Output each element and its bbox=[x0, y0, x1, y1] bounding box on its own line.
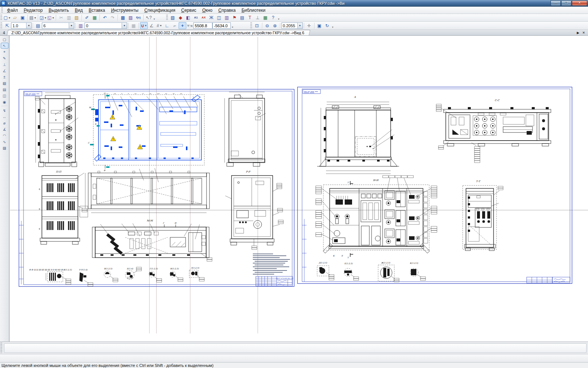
copy-button[interactable]: ▥ bbox=[65, 14, 73, 21]
columns-button[interactable]: ◫ bbox=[215, 14, 223, 21]
arc-dimension-tool[interactable]: ◠ bbox=[1, 132, 8, 138]
tab-close-icon[interactable]: ✕ bbox=[582, 31, 585, 35]
toolbar-overflow-icon[interactable]: ▾ bbox=[278, 18, 280, 21]
document-number[interactable]: 4 bbox=[0, 31, 7, 35]
plusminus-tool[interactable]: ± bbox=[1, 74, 8, 80]
view-section-rr[interactable]: Р-Р bbox=[225, 170, 283, 250]
fx-button[interactable]: f(x) bbox=[135, 14, 142, 21]
detail-views-left-sheet[interactable]: Ф-Ф Ц-Ц Ш-Ш Щ-Щ Э-Э Ю-Ю Я-Я(1:2.5) У-У(1… bbox=[29, 267, 204, 286]
property-bar-field[interactable] bbox=[4, 343, 587, 353]
drawing-canvas[interactable]: 17 25 4 5 15 17 24 107 41 51 52 bbox=[9, 36, 588, 342]
cut-button[interactable]: ✂ bbox=[57, 14, 65, 21]
zoom-out-button[interactable]: ⊖ bbox=[263, 22, 271, 29]
spelling-button[interactable]: АХ bbox=[200, 14, 208, 21]
zoom-combobox[interactable]: 0.2055▼ bbox=[282, 22, 303, 29]
menu-справка[interactable]: Справка bbox=[215, 7, 239, 14]
snap-point-tool[interactable]: ⌖ bbox=[1, 49, 8, 55]
save-button[interactable]: ▣ bbox=[19, 14, 26, 21]
tab-scroll-right-icon[interactable]: ▶ bbox=[577, 31, 580, 35]
minimize-button[interactable]: — bbox=[551, 0, 561, 6]
zoom-frame-button[interactable]: ⊡ bbox=[253, 22, 261, 29]
curve-dimension-tool[interactable]: ∿ bbox=[1, 139, 8, 145]
menu-файл[interactable]: Файл bbox=[4, 7, 21, 14]
menu-вид[interactable]: Вид bbox=[72, 7, 86, 14]
panel-slider-button[interactable]: ▥ bbox=[223, 14, 231, 21]
undo-button[interactable]: ↶ bbox=[101, 14, 109, 21]
send-button[interactable]: ◱▼ bbox=[47, 14, 55, 21]
perpendicular-tool[interactable]: ⊥ bbox=[1, 61, 8, 67]
plumb-button[interactable]: ⊥ bbox=[254, 14, 262, 21]
sheet-tool[interactable]: ▤ bbox=[1, 86, 8, 92]
refresh-button[interactable]: ↻ bbox=[323, 22, 331, 29]
detail-views-right-sheet[interactable]: Д(1:2.5) Е(1:2.5) Ж(1:2.5) К(1:2.5) bbox=[317, 262, 426, 282]
paste-button[interactable]: ▧ bbox=[73, 14, 80, 21]
properties-button[interactable]: ▦ bbox=[91, 14, 98, 21]
layer-combobox[interactable]: 0▼ bbox=[85, 22, 127, 29]
menu-инструменты[interactable]: Инструменты bbox=[108, 7, 141, 14]
view-section-pp[interactable]: П-П bbox=[39, 170, 88, 244]
diameter-dimension-tool[interactable]: ⌀ bbox=[1, 120, 8, 126]
angle-snap-button[interactable]: ∠ bbox=[148, 22, 155, 29]
maximize-button[interactable]: ❐ bbox=[561, 0, 571, 6]
print-button[interactable]: ▤▼ bbox=[29, 14, 37, 21]
hatch-tool[interactable]: ▨ bbox=[1, 145, 8, 151]
coord-x-field[interactable]: 5508.8 bbox=[193, 22, 212, 29]
menu-библиотеки[interactable]: Библиотеки bbox=[239, 7, 268, 14]
new-document-button[interactable]: ▢▼ bbox=[3, 14, 11, 21]
view-frame-top[interactable] bbox=[85, 168, 209, 213]
grid-button[interactable]: #▼ bbox=[155, 22, 163, 29]
menu-окно[interactable]: Окно bbox=[199, 7, 215, 14]
intersection-button[interactable]: Ж bbox=[208, 14, 215, 21]
round-snap-button[interactable]: + bbox=[179, 22, 186, 29]
camera-tool[interactable]: ◉ bbox=[1, 99, 8, 105]
snap-magnet-button[interactable]: ∪▼ bbox=[140, 22, 148, 29]
angle-dimension-tool[interactable]: ∡ bbox=[1, 126, 8, 132]
toolbar-overflow-icon[interactable]: ▾ bbox=[232, 26, 233, 29]
spec-table-button[interactable]: ▦ bbox=[262, 14, 269, 21]
document-setup-button[interactable]: ▧ bbox=[169, 14, 177, 21]
variables-button[interactable]: ▩ bbox=[119, 14, 127, 21]
document-tab[interactable]: Z:\3D_ASCON\Групповое комплектное распре… bbox=[7, 30, 310, 35]
report-button[interactable]: ▤ bbox=[239, 14, 246, 21]
coord-y-field[interactable]: -5634.0 bbox=[212, 22, 231, 29]
local-cs-button[interactable]: ∟ bbox=[163, 22, 171, 29]
format-a1-button[interactable]: А1 bbox=[192, 14, 200, 21]
linear-dimension-tool[interactable]: ↔ bbox=[1, 114, 8, 120]
dropdown-arrow-icon[interactable]: ▼ bbox=[8, 17, 11, 19]
fit-document-button[interactable]: ▣ bbox=[316, 22, 323, 29]
view-section-hh[interactable]: Н-Н Т Т bbox=[316, 176, 437, 259]
connector-button[interactable]: ◧ bbox=[184, 14, 192, 21]
select-region-tool[interactable]: ▢ bbox=[1, 36, 8, 42]
left-sheet[interactable]: 17 25 4 5 15 17 24 107 41 51 52 bbox=[10, 36, 294, 287]
pan-button[interactable]: ✛ bbox=[305, 22, 313, 29]
context-help-button[interactable]: ? bbox=[269, 14, 277, 21]
scale-combobox[interactable]: 1.0▼ bbox=[11, 22, 32, 29]
view-section-cc[interactable]: С-С bbox=[436, 99, 551, 163]
view-combobox[interactable]: 6▼ bbox=[42, 22, 74, 29]
quick-dimension-tool[interactable]: ↯ bbox=[1, 107, 8, 113]
view-plan-selected[interactable]: 17 25 4 5 15 17 24 107 41 51 52 bbox=[10, 36, 204, 171]
menu-редактор[interactable]: Редактор bbox=[21, 7, 46, 14]
view-tt[interactable]: Т-Т bbox=[463, 180, 503, 251]
views-panel-tool[interactable]: ◫ bbox=[1, 93, 8, 99]
view-a[interactable]: А bbox=[317, 96, 399, 174]
insert-object-button[interactable]: ◆ bbox=[177, 14, 184, 21]
open-document-button[interactable]: ▱ bbox=[11, 14, 19, 21]
redo-button[interactable]: ↷ bbox=[109, 14, 116, 21]
mark-flag-button[interactable]: ⚑ bbox=[231, 14, 239, 21]
view-front[interactable] bbox=[35, 93, 78, 167]
right-sheet[interactable]: А bbox=[298, 87, 572, 284]
view-side[interactable] bbox=[225, 92, 266, 166]
dropdown-arrow-icon[interactable]: ▼ bbox=[44, 17, 47, 19]
object-help-button[interactable]: ↖? bbox=[145, 14, 153, 21]
print-preview-button[interactable]: ◲▼ bbox=[39, 14, 47, 21]
toolbar-overflow-icon[interactable]: ▾ bbox=[154, 18, 155, 21]
menu-спецификация[interactable]: Спецификация bbox=[141, 7, 178, 14]
image-tool[interactable]: ▧ bbox=[1, 80, 8, 86]
view-section-mm[interactable]: М-М Г И bbox=[92, 219, 212, 261]
pointer-tool[interactable]: ↖ bbox=[1, 43, 8, 49]
library-manager-button[interactable]: ▨ bbox=[127, 14, 135, 21]
dropdown-arrow-icon[interactable]: ▼ bbox=[52, 17, 54, 19]
zoom-in-button[interactable]: ⊕ bbox=[271, 22, 279, 29]
layer-settings-button[interactable]: ▦ bbox=[130, 22, 137, 29]
